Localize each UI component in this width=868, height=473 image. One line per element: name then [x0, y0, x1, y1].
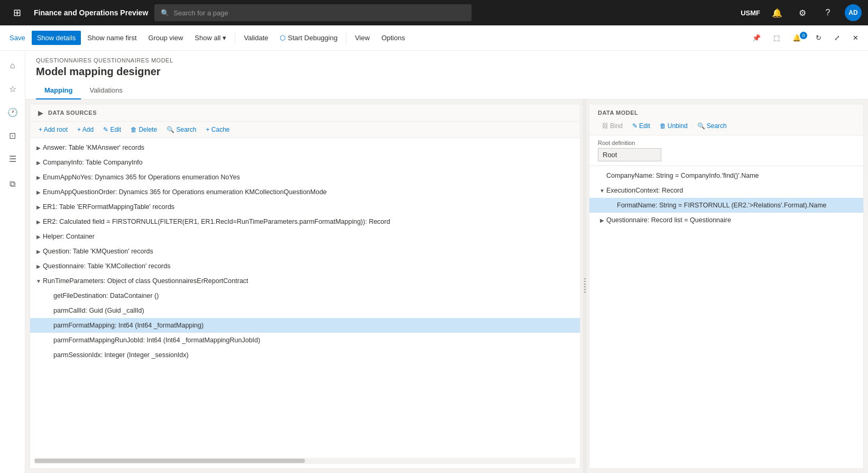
ds-search-button[interactable]: 🔍 Search	[162, 124, 200, 135]
toggle-helper[interactable]: ▶	[34, 232, 43, 241]
dm-item-formatname[interactable]: ▶ FormatName: String = FIRSTORNULL (ER2.…	[589, 198, 863, 213]
toggle-questionnaire[interactable]: ▶	[34, 262, 43, 270]
grid-menu-icon[interactable]: ⊞	[6, 2, 27, 23]
sidebar-recent-icon[interactable]: 🕐	[2, 102, 23, 123]
collapse-btn[interactable]: ▶	[35, 107, 46, 118]
cache-button[interactable]: + Cache	[201, 124, 234, 135]
sidebar-favorites-icon[interactable]: ☆	[2, 78, 23, 99]
pin-icon[interactable]: 📌	[747, 31, 766, 45]
dm-edit-button[interactable]: ✎ Edit	[628, 120, 654, 132]
options-button[interactable]: Options	[376, 31, 410, 45]
toggle-parmformatmappingrunjobid: ▶	[45, 336, 53, 344]
settings-icon[interactable]: ⚙	[794, 4, 811, 21]
tree-item-parmformatmapping[interactable]: ▶ parmFormatMapping: Int64 (Int64 _forma…	[30, 318, 580, 333]
tree-item-companyinfo[interactable]: ▶ CompanyInfo: Table CompanyInfo	[30, 155, 580, 170]
tab-mapping[interactable]: Mapping	[36, 82, 81, 99]
expand-icon[interactable]: ⬚	[768, 31, 785, 45]
toolbar-separator-2	[346, 32, 346, 44]
bind-button[interactable]: ⛓ Bind	[598, 120, 627, 132]
toggle-parmformatmapping: ▶	[45, 321, 53, 330]
toggle-er1[interactable]: ▶	[34, 203, 43, 211]
top-navigation: ⊞ Finance and Operations Preview 🔍 Searc…	[0, 0, 868, 25]
toggle-companyinfo[interactable]: ▶	[34, 158, 43, 167]
datasources-panel: ▶ DATA SOURCES + Add root + Add ✎ Edit 🗑…	[30, 104, 580, 469]
toggle-answer[interactable]: ▶	[34, 143, 43, 152]
tree-item-parmformatmappingrunjobid[interactable]: ▶ parmFormatMappingRunJobId: Int64 (Int6…	[30, 333, 580, 348]
tree-item-question[interactable]: ▶ Question: Table 'KMQuestion' records	[30, 244, 580, 259]
tree-item-answer[interactable]: ▶ Answer: Table 'KMAnswer' records	[30, 140, 580, 155]
validate-button[interactable]: Validate	[238, 31, 273, 45]
popout-icon[interactable]: ⤢	[829, 31, 845, 45]
content-area: QUESTIONNAIRES QUESTIONNAIRES MODEL Mode…	[25, 51, 868, 473]
tree-item-runtimeparams[interactable]: ▼ RunTimeParameters: Object of class Que…	[30, 274, 580, 288]
split-area: ▶ DATA SOURCES + Add root + Add ✎ Edit 🗑…	[25, 99, 868, 473]
dm-toggle-questionnaire[interactable]: ▶	[598, 216, 606, 224]
search-placeholder: Search for a page	[173, 9, 228, 17]
group-view-button[interactable]: Group view	[143, 31, 189, 45]
sidebar-workspaces-icon[interactable]: ⊡	[2, 125, 23, 146]
page-title: Model mapping designer	[36, 66, 857, 78]
tree-item-questionnaire[interactable]: ▶ Questionnaire: Table 'KMCollection' re…	[30, 259, 580, 274]
tree-item-parmcallid[interactable]: ▶ parmCallId: Guid (Guid _callId)	[30, 303, 580, 318]
tree-item-parmsessionidx[interactable]: ▶ parmSessionIdx: Integer (Integer _sess…	[30, 348, 580, 362]
dm-item-questionnaire[interactable]: ▶ Questionnaire: Record list = Questionn…	[589, 213, 863, 228]
datamodel-toolbar: ⛓ Bind ✎ Edit 🗑 Unbind 🔍	[598, 120, 855, 132]
refresh-icon[interactable]: ↻	[810, 31, 827, 45]
tree-item-getfiledest[interactable]: ▶ getFileDestination: DataContainer ()	[30, 288, 580, 303]
tree-item-enumappquestionorder[interactable]: ▶ EnumAppQuestionOrder: Dynamics 365 for…	[30, 185, 580, 199]
sidebar-home-icon[interactable]: ⌂	[2, 55, 23, 76]
toggle-er2[interactable]: ▶	[34, 217, 43, 226]
datamodel-panel-title: DATA MODEL	[598, 110, 855, 116]
datasources-tree: ▶ Answer: Table 'KMAnswer' records ▶ Com…	[30, 138, 580, 458]
toggle-enumappnoyes[interactable]: ▶	[34, 173, 43, 181]
dm-toggle-companyname: ▶	[598, 171, 606, 180]
root-definition-section: Root definition Root	[589, 135, 863, 166]
save-button[interactable]: Save	[4, 31, 31, 45]
notifications-icon[interactable]: 🔔	[769, 4, 786, 21]
root-definition-value[interactable]: Root	[598, 148, 661, 161]
sidebar-list-icon[interactable]: ☰	[2, 148, 23, 169]
avatar[interactable]: AD	[845, 4, 862, 21]
start-debugging-button[interactable]: ⬡ Start Debugging	[274, 31, 343, 45]
panel-resizer[interactable]	[583, 99, 587, 473]
add-button[interactable]: + Add	[73, 124, 98, 135]
toggle-enumappquestionorder[interactable]: ▶	[34, 188, 43, 196]
tree-item-helper[interactable]: ▶ Helper: Container	[30, 229, 580, 244]
delete-button[interactable]: 🗑 Delete	[126, 124, 161, 135]
dm-item-execcontext[interactable]: ▼ ExecutionContext: Record	[589, 183, 863, 198]
toggle-question[interactable]: ▶	[34, 247, 43, 256]
help-icon[interactable]: ?	[819, 4, 836, 21]
app-title: Finance and Operations Preview	[34, 8, 148, 17]
page-tabs: Mapping Validations	[36, 82, 857, 99]
filter-icon[interactable]: ⧉	[2, 174, 23, 195]
tree-item-er1[interactable]: ▶ ER1: Table 'ERFormatMappingTable' reco…	[30, 199, 580, 214]
tree-item-enumappnoyes[interactable]: ▶ EnumAppNoYes: Dynamics 365 for Operati…	[30, 170, 580, 185]
dm-toggle-execcontext[interactable]: ▼	[598, 186, 606, 195]
dm-search-button[interactable]: 🔍 Search	[693, 120, 731, 132]
datamodel-tree: ▶ CompanyName: String = CompanyInfo.'fin…	[589, 166, 863, 468]
company-code: USMF	[741, 9, 760, 17]
edit-button[interactable]: ✎ Edit	[99, 124, 125, 135]
dm-text-formatname: FormatName: String = FIRSTORNULL (ER2.'>…	[617, 202, 827, 209]
chevron-down-icon: ▾	[223, 34, 226, 42]
show-details-button[interactable]: Show details	[32, 31, 81, 45]
root-definition-label: Root definition	[598, 140, 855, 146]
global-search[interactable]: 🔍 Search for a page	[154, 4, 472, 21]
unbind-button[interactable]: 🗑 Unbind	[655, 120, 692, 132]
add-root-button[interactable]: + Add root	[34, 124, 72, 135]
dm-text-companyname: CompanyName: String = CompanyInfo.'find(…	[606, 172, 759, 179]
view-button[interactable]: View	[349, 31, 375, 45]
unbind-icon: 🗑	[660, 122, 666, 130]
horizontal-scrollbar[interactable]	[34, 458, 576, 464]
tab-validations[interactable]: Validations	[81, 82, 131, 99]
datasources-panel-title: DATA SOURCES	[48, 110, 97, 116]
scrollbar-thumb	[34, 459, 305, 463]
show-all-button[interactable]: Show all ▾	[189, 31, 232, 45]
tree-item-er2[interactable]: ▶ ER2: Calculated field = FIRSTORNULL(FI…	[30, 214, 580, 229]
dm-item-companyname[interactable]: ▶ CompanyName: String = CompanyInfo.'fin…	[589, 168, 863, 183]
notifications-badge[interactable]: 🔔0	[787, 31, 808, 45]
edit-icon: ✎	[632, 122, 638, 130]
close-icon[interactable]: ✕	[847, 31, 864, 45]
show-name-first-button[interactable]: Show name first	[82, 31, 142, 45]
toggle-runtimeparams[interactable]: ▼	[34, 277, 43, 285]
